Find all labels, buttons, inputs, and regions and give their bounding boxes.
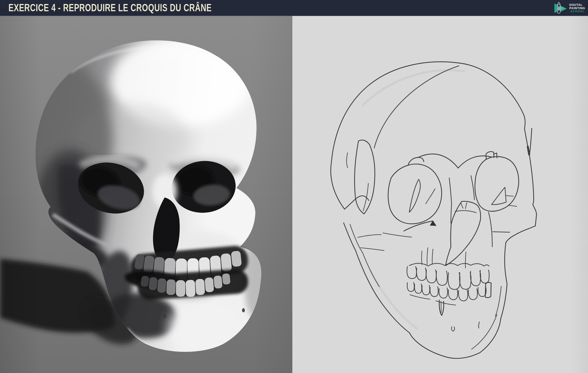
logo-line-school: .SCHOOL [569,10,585,13]
title-bar: EXERCICE 4 - REPRODUIRE LE CROQUIS DU CR… [0,0,588,16]
exercise-title: EXERCICE 4 - REPRODUIRE LE CROQUIS DU CR… [9,0,212,16]
logo-line-digital: DIGITAL [569,3,585,6]
content-area [0,16,588,373]
skull-3d-panel [0,16,292,373]
dps-logo: DIGITAL PAINTING .SCHOOL [554,1,585,15]
stylus-play-icon [554,1,568,15]
skull-sketch [292,16,588,373]
logo-wordmark: DIGITAL PAINTING .SCHOOL [569,3,585,12]
skull-sketch-panel [292,16,588,373]
background-vignette [0,16,292,373]
exercise-slide: EXERCICE 4 - REPRODUIRE LE CROQUIS DU CR… [0,0,588,373]
logo-line-painting: PAINTING [569,7,585,10]
